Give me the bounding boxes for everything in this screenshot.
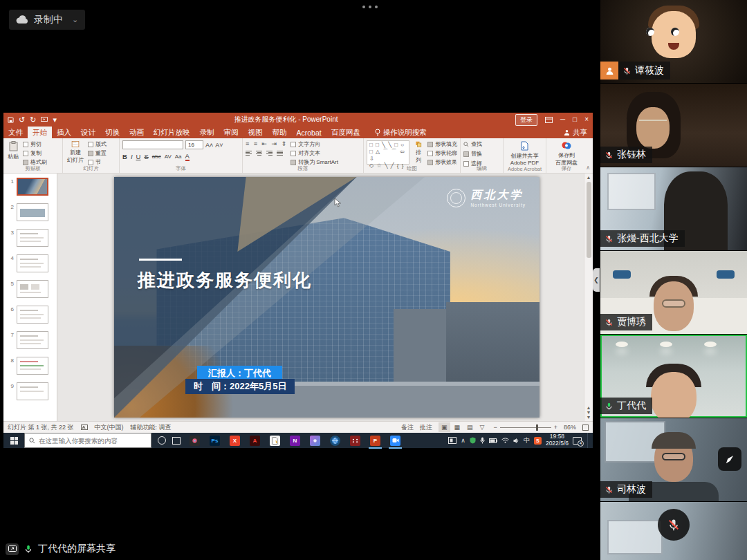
wifi-icon[interactable] (501, 438, 509, 443)
italic-button[interactable]: I (131, 153, 133, 160)
grow-font-button[interactable]: A˄ (205, 142, 213, 149)
scroll-up-icon[interactable]: ▲ (587, 175, 591, 180)
app-icon-meeting-rooms[interactable] (350, 436, 360, 446)
tab-design[interactable]: 设计 (76, 127, 100, 138)
tab-view[interactable]: 视图 (243, 127, 268, 138)
underline-button[interactable]: U (136, 153, 141, 160)
show-desktop-button[interactable] (587, 433, 590, 448)
tab-review[interactable]: 审阅 (219, 127, 243, 138)
font-size-box[interactable]: 16 (185, 140, 203, 149)
fit-slide-to-window-icon[interactable] (582, 424, 589, 431)
cortana-icon[interactable] (158, 436, 166, 445)
app-icon-document[interactable] (270, 436, 280, 446)
sidebar-collapse-handle[interactable]: ❮ (593, 268, 600, 292)
zoom-in-icon[interactable]: + (554, 424, 557, 431)
slide-canvas[interactable]: 推进政务服务便利化 汇报人：丁代代 时 间：2022年5月5日 西北大学 Nor… (114, 177, 540, 418)
tab-animations[interactable]: 动画 (124, 127, 149, 138)
next-slide-icon[interactable]: ▼ (587, 410, 591, 415)
ribbon-display-icon[interactable] (545, 117, 553, 123)
participant-video-tile[interactable]: 司林波 (600, 418, 747, 501)
copy-button[interactable]: 复制 (23, 149, 47, 157)
reading-view-button[interactable]: ▤ (464, 422, 476, 432)
tab-record[interactable]: 录制 (195, 127, 219, 138)
slide-thumbnail-8[interactable]: 8 (8, 357, 57, 375)
taskbar-search[interactable] (24, 433, 151, 448)
participant-video-tile[interactable]: 张钰林 (600, 84, 747, 167)
spellcheck-icon[interactable] (81, 424, 88, 431)
text-direction-button[interactable]: 文字方向 (290, 140, 338, 148)
find-button[interactable]: 查找 (463, 140, 500, 148)
tell-me-search[interactable]: 操作说明搜索 (375, 127, 427, 138)
minimize-button[interactable]: ─ (560, 116, 565, 123)
redo-icon[interactable]: ↻ (30, 116, 36, 124)
create-pdf-button[interactable]: 创建并共享Adobe PDF (506, 140, 543, 167)
app-icon-onenote[interactable]: N (290, 436, 300, 446)
shape-outline-button[interactable]: 形状轮廓 (427, 149, 457, 157)
align-left-icon[interactable] (246, 151, 252, 156)
annotation-icon[interactable] (718, 447, 741, 471)
font-name-box[interactable] (122, 140, 183, 149)
new-slide-button[interactable]: 新建幻灯片 (66, 140, 85, 165)
cut-button[interactable]: 剪切 (23, 140, 47, 148)
zoom-out-icon[interactable]: − (493, 424, 497, 431)
slide-thumbnail-1[interactable]: 1 (8, 178, 57, 196)
align-right-icon[interactable] (266, 151, 273, 156)
justify-icon[interactable] (277, 151, 283, 156)
participant-video-tile-active[interactable]: 丁代代 (600, 335, 747, 418)
task-view-icon[interactable] (172, 437, 181, 445)
tab-acrobat[interactable]: Acrobat (292, 127, 326, 138)
list-buttons[interactable]: ≡ ≡ ⇤ ⇥ ⇕ (246, 140, 288, 147)
maximize-button[interactable]: □ (573, 116, 577, 123)
mute-button[interactable] (658, 509, 690, 541)
slide-thumbnail-6[interactable]: 6 (8, 306, 57, 324)
app-icon-acrobat[interactable]: A (250, 436, 260, 446)
slideshow-icon[interactable] (41, 117, 48, 122)
editor-scrollbar[interactable]: ▲ ▲ ▼ ▼ (584, 174, 593, 421)
close-button[interactable]: × (584, 116, 589, 123)
search-input[interactable] (39, 437, 142, 445)
notification-center-icon[interactable]: 4 (573, 437, 582, 445)
zoom-percentage[interactable]: 86% (564, 424, 576, 431)
app-icon-xmind[interactable]: X (230, 436, 240, 446)
ime-indicator[interactable]: 中 (524, 436, 530, 445)
app-icon-browser[interactable] (330, 436, 340, 446)
sogou-input-icon[interactable]: S (534, 437, 542, 445)
undo-icon[interactable]: ↺ (19, 116, 25, 124)
security-shield-icon[interactable] (470, 437, 476, 444)
shrink-font-button[interactable]: A˅ (215, 142, 223, 149)
app-icon-photoshop[interactable]: Ps (210, 436, 220, 446)
tab-home[interactable]: 开始 (28, 127, 52, 138)
layout-button[interactable]: 版式 (88, 140, 107, 148)
font-color-button[interactable]: A (185, 152, 190, 161)
participant-video-tile[interactable]: 贾博琇 (600, 251, 747, 334)
participant-video-tile[interactable]: 张熳-西北大学 (600, 167, 747, 250)
shapes-gallery[interactable]: □ □ ╲ ╲ □ ○ □ △ ⌒ ⌒ ⇦ ⇩ ◇ ☆ ╲ ╱ { } (367, 140, 409, 165)
tab-transitions[interactable]: 切换 (100, 127, 124, 138)
slide-sorter-view-button[interactable]: ▦ (452, 422, 463, 432)
align-center-icon[interactable] (256, 151, 262, 156)
app-icon-powerpoint[interactable]: P (370, 436, 380, 446)
login-button[interactable]: 登录 (515, 114, 537, 126)
volume-icon[interactable] (513, 438, 519, 444)
battery-icon[interactable] (489, 438, 497, 443)
chevron-down-icon[interactable]: ⌄ (72, 15, 78, 24)
tab-insert[interactable]: 插入 (52, 127, 76, 138)
reset-button[interactable]: 重置 (88, 149, 107, 157)
tab-slideshow[interactable]: 幻灯片放映 (149, 127, 195, 138)
normal-view-button[interactable]: ▣ (439, 422, 450, 432)
slide-thumbnail-5[interactable]: 5 (8, 280, 57, 298)
save-to-netdisk-button[interactable]: 保存到百度网盘 (549, 140, 584, 167)
scrollbar-thumb[interactable] (587, 182, 591, 258)
notes-button[interactable]: 备注 (401, 423, 414, 432)
strikethrough-button[interactable]: S (144, 153, 148, 160)
scroll-down-icon[interactable]: ▼ (587, 415, 591, 420)
tray-video-icon[interactable] (448, 437, 456, 444)
more-options-dots[interactable] (362, 6, 378, 8)
app-icon-voov-meeting[interactable] (390, 436, 400, 446)
slideshow-view-button[interactable]: ▽ (477, 422, 488, 432)
clear-formatting-button[interactable]: abc (152, 153, 161, 160)
start-button[interactable] (3, 433, 24, 448)
arrange-button[interactable]: 排列 (412, 140, 425, 165)
share-button[interactable]: 共享 (564, 127, 587, 138)
language-indicator[interactable]: 中文(中国) (95, 423, 124, 432)
